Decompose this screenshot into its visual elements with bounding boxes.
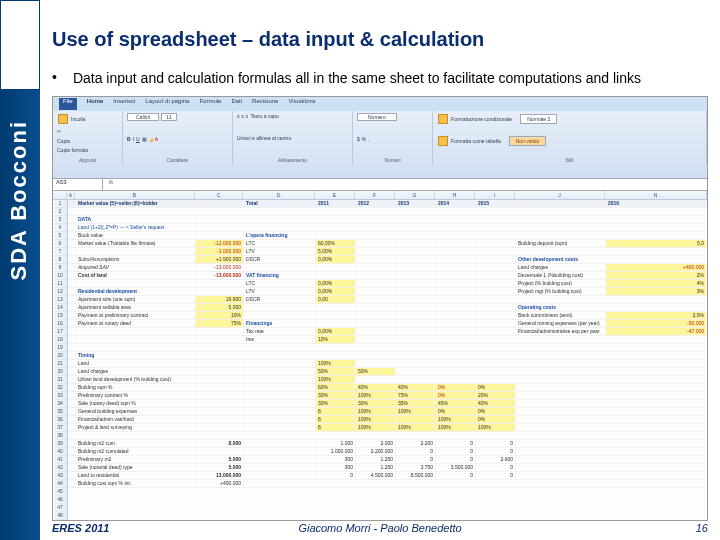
section-data: DATA: [76, 216, 196, 223]
col-C[interactable]: C: [195, 191, 243, 199]
merge-button[interactable]: Unisci e allinea al centro: [237, 135, 291, 141]
col-H[interactable]: H: [435, 191, 475, 199]
paste-icon[interactable]: [58, 114, 68, 124]
tab-formulas[interactable]: Formule: [199, 98, 221, 110]
tab-data[interactable]: Dati: [231, 98, 242, 110]
footer-center: Giacomo Morri - Paolo Benedetto: [298, 522, 461, 534]
tab-review[interactable]: Revisione: [252, 98, 278, 110]
slide-title: Use of spreadsheet – data input & calcul…: [52, 28, 708, 51]
bullet-text: Data input and calculation formulas all …: [73, 69, 641, 88]
row-numbers: 12345678910 11121314151617181920 2130313…: [53, 200, 68, 520]
scissors-icon[interactable]: ✂: [57, 128, 61, 134]
name-box[interactable]: A53: [53, 179, 103, 190]
format-table-icon[interactable]: [438, 136, 448, 146]
font-group-label: Carattere: [127, 157, 228, 163]
currency-icon[interactable]: $: [357, 136, 360, 142]
font-color-icon[interactable]: A: [155, 136, 158, 142]
style-bad[interactable]: Non valido: [509, 136, 547, 146]
tab-insert[interactable]: Inserisci: [113, 98, 135, 110]
cond-format-label[interactable]: Formattazione condizionale: [451, 116, 512, 122]
col-D[interactable]: D: [243, 191, 315, 199]
tab-layout[interactable]: Layout di pagina: [145, 98, 189, 110]
paste-label[interactable]: Incolla: [71, 116, 85, 122]
col-J[interactable]: J: [515, 191, 605, 199]
col-N[interactable]: N: [605, 191, 707, 199]
style-normal[interactable]: Normale 2: [520, 114, 557, 124]
clipboard-group-label: Appunti: [57, 157, 118, 163]
col-headers: A B C D E F G H I J N: [53, 191, 707, 200]
group-number: Numero $ % , Numeri: [353, 111, 433, 165]
cond-format-icon[interactable]: [438, 114, 448, 124]
format-painter-label[interactable]: Copia formato: [57, 147, 88, 153]
fill-color-icon[interactable]: ◢: [149, 136, 153, 142]
group-font: Calibri11 B I U ▦ ◢ A Carattere: [123, 111, 233, 165]
percent-icon[interactable]: %: [362, 136, 366, 142]
brand-name: SDA Bocconi: [6, 120, 32, 281]
font-name-select[interactable]: Calibri: [127, 113, 159, 121]
brand-sidebar: SDA Bocconi: [0, 0, 40, 540]
footer-page-number: 16: [696, 522, 708, 534]
formula-input[interactable]: [119, 179, 707, 190]
tab-view[interactable]: Visualizza: [288, 98, 315, 110]
group-alignment: ≡ ≡ ≡ Testo a capo Unisci e allinea al c…: [233, 111, 353, 165]
tab-home[interactable]: Home: [87, 98, 104, 110]
comma-icon[interactable]: ,: [368, 136, 369, 142]
number-format-select[interactable]: Numero: [357, 113, 397, 121]
slide-content: Use of spreadsheet – data input & calcul…: [52, 28, 708, 510]
sheet-grid[interactable]: Market value (5)=seller;(8)=bidderTotal2…: [68, 200, 707, 520]
underline-button[interactable]: U: [136, 136, 140, 142]
footer-left: ERES 2011: [52, 522, 109, 534]
tab-file[interactable]: File: [59, 98, 77, 110]
format-table-label[interactable]: Formatta come tabella: [451, 138, 501, 144]
number-group-label: Numeri: [357, 157, 428, 163]
font-size-select[interactable]: 11: [161, 113, 177, 121]
slide-footer: ERES 2011 Giacomo Morri - Paolo Benedett…: [52, 522, 708, 534]
ribbon-body: Incolla ✂ Copia Copia formato Appunti Ca…: [53, 111, 707, 179]
bold-button[interactable]: B: [127, 136, 131, 142]
formula-bar: A53 fx: [53, 179, 707, 191]
copy-label[interactable]: Copia: [57, 138, 70, 144]
col-E[interactable]: E: [315, 191, 355, 199]
col-B[interactable]: B: [75, 191, 195, 199]
align-group-label: Allineamento: [237, 157, 348, 163]
fx-icon[interactable]: fx: [103, 179, 119, 190]
row-title: Market value (5)=seller;(8)=bidder: [76, 200, 196, 207]
italic-button[interactable]: I: [133, 136, 134, 142]
styles-group-label: Stili: [437, 157, 702, 163]
col-I[interactable]: I: [475, 191, 515, 199]
bullet-marker: •: [52, 69, 57, 88]
brand-logo: [0, 0, 40, 90]
sheet-rows: 12345678910 11121314151617181920 2130313…: [53, 200, 707, 520]
align-icon[interactable]: ≡ ≡ ≡: [237, 113, 249, 119]
border-icon[interactable]: ▦: [142, 136, 147, 142]
ribbon-tabs: File Home Inserisci Layout di pagina For…: [53, 97, 707, 111]
section-timing: Timing: [76, 352, 196, 359]
col-F[interactable]: F: [355, 191, 395, 199]
wrap-text-button[interactable]: Testo a capo: [251, 113, 279, 119]
col-G[interactable]: G: [395, 191, 435, 199]
bullet-row: • Data input and calculation formulas al…: [52, 69, 708, 88]
excel-screenshot: File Home Inserisci Layout di pagina For…: [52, 96, 708, 521]
group-clipboard: Incolla ✂ Copia Copia formato Appunti: [53, 111, 123, 165]
group-styles: Formattazione condizionale Normale 2 For…: [433, 111, 707, 165]
